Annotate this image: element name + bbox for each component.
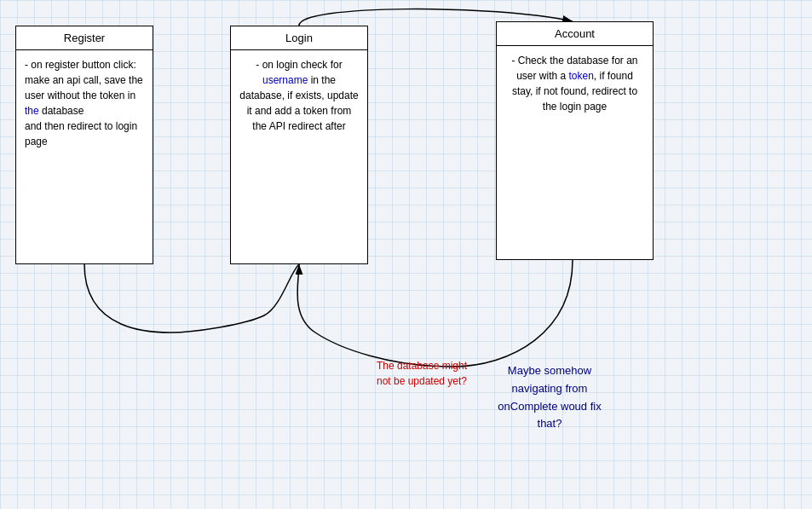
annotation-blue: Maybe somehow navigating from onComplete… <box>494 362 605 433</box>
login-text: - on login check for <box>256 59 342 71</box>
register-text-blue: the <box>25 105 39 117</box>
annotation-red: The database might not be updated yet? <box>375 358 469 389</box>
login-box-body: - on login check for username in the dat… <box>231 50 367 141</box>
diagram-container: Register - on register button click: mak… <box>0 0 812 509</box>
register-text-3: and then redirect to login page <box>25 120 137 147</box>
account-box: Account - Check the database for an user… <box>496 21 654 260</box>
account-box-body: - Check the database for an user with a … <box>497 46 653 121</box>
login-text-blue1: username <box>262 74 308 86</box>
account-text-blue: token <box>568 70 593 82</box>
login-box-title: Login <box>231 26 367 50</box>
register-text-2: database <box>39 105 84 117</box>
register-box-title: Register <box>16 26 153 50</box>
login-box: Login - on login check for username in t… <box>230 26 368 264</box>
register-box: Register - on register button click: mak… <box>15 26 153 264</box>
register-text-1: - on register button click: make an api … <box>25 59 143 101</box>
account-box-title: Account <box>497 22 653 46</box>
register-box-body: - on register button click: make an api … <box>16 50 153 156</box>
